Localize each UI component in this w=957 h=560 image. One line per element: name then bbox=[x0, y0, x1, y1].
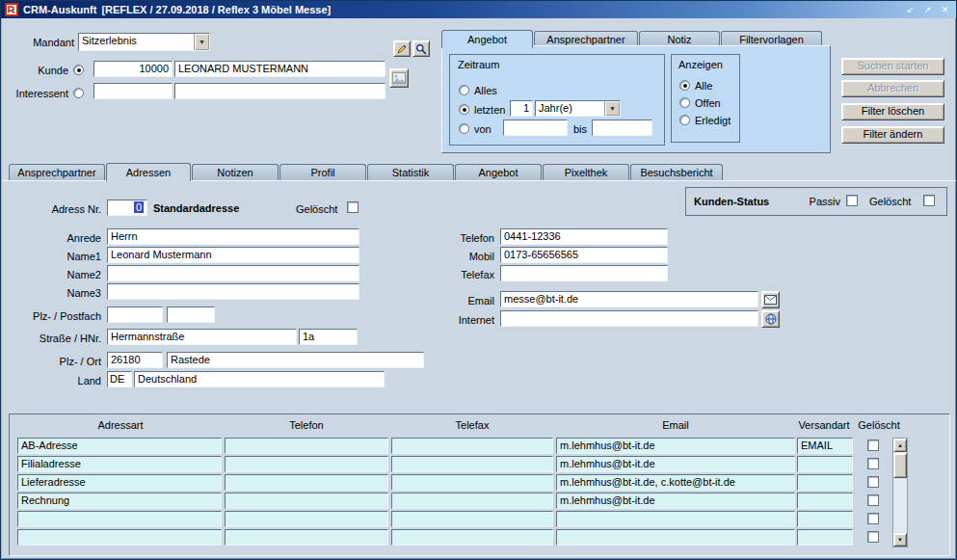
suchen-starten-button[interactable]: Suchen starten bbox=[841, 58, 944, 75]
telefax-cell[interactable] bbox=[391, 511, 553, 527]
picture-button[interactable] bbox=[389, 68, 409, 88]
abbrechen-button[interactable]: Abbrechen bbox=[841, 80, 944, 97]
kunde-radio[interactable] bbox=[73, 65, 84, 75]
plz-field[interactable]: 26180 bbox=[107, 352, 163, 368]
land-field[interactable]: Deutschland bbox=[134, 371, 385, 387]
postfach-nr-field[interactable] bbox=[167, 307, 215, 323]
tab-besuchsbericht[interactable]: Besuchsbericht bbox=[630, 164, 723, 180]
filter-loeschen-button[interactable]: Filter löschen bbox=[841, 103, 944, 120]
restore-icon[interactable]: ↗ bbox=[920, 4, 935, 16]
email-cell[interactable]: m.lehmhus@bt-it.de bbox=[556, 438, 795, 454]
land-code-field[interactable]: DE bbox=[107, 371, 132, 387]
mandant-select[interactable]: Sitzerlebnis ▼ bbox=[78, 33, 210, 51]
open-internet-button[interactable] bbox=[761, 310, 780, 328]
tab-notizen[interactable]: Notizen bbox=[192, 164, 279, 180]
adressart-cell[interactable]: Lieferadresse bbox=[17, 474, 222, 491]
tab-angebot-main[interactable]: Angebot bbox=[455, 164, 542, 180]
scroll-up-icon[interactable]: ▲ bbox=[893, 439, 907, 452]
einheit-select[interactable]: Jahr(e) ▼ bbox=[535, 100, 621, 117]
hnr-field[interactable]: 1a bbox=[299, 329, 358, 345]
telefon-cell[interactable] bbox=[225, 456, 388, 472]
versandart-cell[interactable] bbox=[797, 493, 853, 509]
row-geloescht-checkbox[interactable] bbox=[867, 476, 879, 488]
telefax-cell[interactable] bbox=[391, 529, 553, 546]
versandart-cell[interactable] bbox=[797, 529, 853, 546]
alles-radio[interactable] bbox=[459, 85, 469, 95]
row-geloescht-checkbox[interactable] bbox=[867, 531, 879, 543]
letzten-radio[interactable] bbox=[459, 104, 469, 115]
internet-field[interactable] bbox=[500, 310, 758, 327]
telefax-cell[interactable] bbox=[391, 456, 553, 472]
row-geloescht-checkbox[interactable] bbox=[867, 513, 879, 524]
alle-radio[interactable] bbox=[679, 80, 690, 91]
tab-adressen[interactable]: Adressen bbox=[106, 163, 191, 181]
versandart-cell[interactable] bbox=[797, 511, 853, 527]
name1-field[interactable]: Leonard Mustermann bbox=[107, 247, 359, 263]
bis-field[interactable] bbox=[592, 120, 652, 136]
kunde-nr-field[interactable]: 10000 bbox=[93, 61, 173, 77]
versandart-cell[interactable] bbox=[797, 456, 853, 472]
table-scrollbar[interactable]: ▲ ▼ bbox=[892, 438, 908, 547]
chevron-down-icon[interactable]: ▼ bbox=[194, 34, 209, 50]
adresse-geloescht-checkbox[interactable] bbox=[347, 201, 359, 213]
strasse-field[interactable]: Hermannstraße bbox=[107, 329, 297, 345]
adressart-cell[interactable] bbox=[17, 511, 222, 527]
telefax-field[interactable] bbox=[500, 265, 668, 281]
telefon-field[interactable]: 0441-12336 bbox=[500, 228, 668, 245]
name3-field[interactable] bbox=[107, 283, 359, 300]
anrede-field[interactable]: Herrn bbox=[107, 228, 359, 245]
mobil-field[interactable]: 0173-65656565 bbox=[500, 247, 668, 263]
telefon-cell[interactable] bbox=[225, 529, 388, 546]
letzten-anzahl-field[interactable]: 1 bbox=[510, 100, 533, 117]
interessent-name-field[interactable] bbox=[174, 83, 385, 99]
name2-field[interactable] bbox=[107, 265, 359, 281]
ort-field[interactable]: Rastede bbox=[167, 352, 424, 368]
telefon-cell[interactable] bbox=[225, 438, 388, 454]
minimize-icon[interactable]: ↙ bbox=[903, 4, 917, 16]
adressart-cell[interactable] bbox=[17, 529, 222, 546]
adressart-cell[interactable]: Filialadresse bbox=[17, 456, 222, 472]
telefon-cell[interactable] bbox=[225, 474, 388, 491]
row-geloescht-checkbox[interactable] bbox=[867, 440, 879, 451]
tab-pixelthek[interactable]: Pixelthek bbox=[543, 164, 629, 180]
telefax-cell[interactable] bbox=[391, 438, 553, 454]
passiv-checkbox[interactable] bbox=[846, 195, 858, 206]
tab-angebot[interactable]: Angebot bbox=[441, 30, 533, 48]
email-cell[interactable]: m.lehmhus@bt-it.de bbox=[556, 493, 795, 509]
scroll-down-icon[interactable]: ▼ bbox=[893, 533, 907, 547]
tab-profil[interactable]: Profil bbox=[279, 164, 366, 180]
tab-statistik[interactable]: Statistik bbox=[367, 164, 454, 180]
filter-aendern-button[interactable]: Filter ändern bbox=[841, 126, 944, 144]
row-geloescht-checkbox[interactable] bbox=[867, 494, 879, 506]
status-geloescht-checkbox[interactable] bbox=[923, 195, 935, 206]
telefon-cell[interactable] bbox=[225, 493, 388, 509]
close-icon[interactable]: ✕ bbox=[938, 4, 952, 16]
email-cell[interactable]: m.lehmhus@bt-it.de, c.kotte@bt-it.de bbox=[556, 474, 795, 491]
send-email-button[interactable] bbox=[761, 291, 780, 308]
interessent-nr-field[interactable] bbox=[93, 83, 173, 99]
search-button[interactable] bbox=[412, 40, 430, 57]
kunde-name-field[interactable]: LEONARD MUSTERMANN bbox=[174, 61, 385, 77]
scrollbar-thumb[interactable] bbox=[893, 453, 907, 478]
adress-nr-field[interactable]: 0 bbox=[107, 200, 147, 216]
edit-button[interactable] bbox=[393, 40, 411, 57]
chevron-down-icon[interactable]: ▼ bbox=[604, 101, 620, 116]
versandart-cell[interactable]: EMAIL bbox=[797, 438, 853, 454]
title-bar[interactable]: CRM-Auskunft [REFLEX / 27.09.2018 / Refl… bbox=[1, 1, 956, 18]
von-field[interactable] bbox=[503, 120, 568, 136]
email-cell[interactable] bbox=[556, 511, 795, 527]
telefax-cell[interactable] bbox=[391, 493, 553, 509]
postfach-plz-field[interactable] bbox=[107, 307, 163, 323]
von-radio[interactable] bbox=[459, 123, 469, 134]
adressart-cell[interactable]: AB-Adresse bbox=[17, 438, 222, 454]
email-cell[interactable]: m.lehmhus@bt-it.de bbox=[556, 456, 795, 472]
telefon-cell[interactable] bbox=[225, 511, 388, 527]
email-cell[interactable] bbox=[556, 529, 795, 546]
telefax-cell[interactable] bbox=[391, 474, 553, 491]
versandart-cell[interactable] bbox=[797, 474, 853, 491]
erledigt-radio[interactable] bbox=[679, 115, 690, 125]
row-geloescht-checkbox[interactable] bbox=[867, 458, 879, 469]
email-field[interactable]: messe@bt-it.de bbox=[500, 291, 758, 307]
interessent-radio[interactable] bbox=[73, 88, 84, 98]
offen-radio[interactable] bbox=[679, 97, 690, 108]
